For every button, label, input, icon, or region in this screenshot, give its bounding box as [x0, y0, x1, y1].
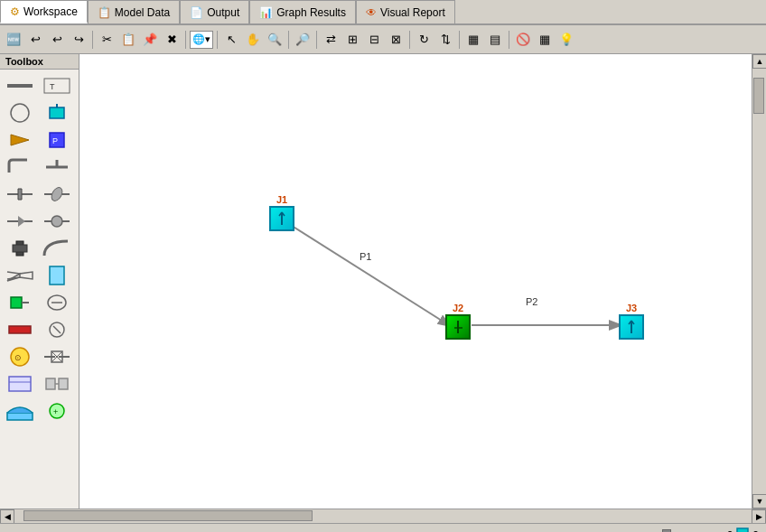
tool-elbow[interactable]: [4, 154, 36, 180]
zoom-button[interactable]: 🔍: [265, 30, 285, 50]
tool-control[interactable]: [41, 317, 73, 342]
paste-button[interactable]: 📌: [140, 30, 160, 50]
tool-bend[interactable]: [41, 236, 73, 261]
node-J3[interactable]: J3: [619, 303, 644, 340]
fit-button[interactable]: ⊡: [547, 526, 567, 533]
sep4: [288, 31, 289, 49]
undo2-button[interactable]: ↩: [47, 30, 67, 50]
toolbox-header: Toolbox: [0, 54, 79, 70]
node-J2-box[interactable]: [445, 314, 471, 340]
tab-graph-results[interactable]: 📊 Graph Results: [249, 0, 356, 23]
view-dropdown[interactable]: 🌐▾: [190, 31, 213, 49]
scroll-thumb-v[interactable]: [753, 78, 764, 114]
tool-connector[interactable]: [41, 371, 73, 397]
tool-airvalve[interactable]: [4, 290, 36, 315]
tool-pressure-valve[interactable]: [4, 317, 36, 342]
visual-report-icon: 👁: [366, 6, 377, 19]
copy-button[interactable]: 📋: [118, 30, 138, 50]
svg-rect-44: [7, 413, 33, 420]
zoom-out-button[interactable]: −: [603, 526, 622, 533]
node-J3-box[interactable]: [619, 314, 644, 340]
no-sign-button[interactable]: 🚫: [513, 30, 533, 50]
distribute-h[interactable]: ⊟: [364, 30, 384, 50]
scrollbar-vertical: ▲ ▼: [752, 54, 766, 509]
ungroup-button[interactable]: ▤: [485, 30, 505, 50]
hand-button[interactable]: ✋: [243, 30, 263, 50]
light-button[interactable]: 💡: [556, 30, 576, 50]
tool-butterfly[interactable]: [41, 182, 73, 207]
zoom-bar: 100% − +: [573, 526, 721, 533]
tool-hydrant[interactable]: [4, 236, 36, 261]
tool-tee[interactable]: [41, 154, 73, 180]
tab-visual-report[interactable]: 👁 Visual Report: [356, 0, 455, 23]
zoom-in-button[interactable]: +: [702, 526, 722, 533]
scroll-right-button[interactable]: ▶: [752, 509, 766, 524]
tool-text[interactable]: T: [41, 73, 73, 98]
scroll-track-h[interactable]: [14, 509, 752, 523]
connect-button[interactable]: ⇄: [321, 30, 341, 50]
svg-point-18: [51, 216, 62, 227]
node-J1-box[interactable]: [269, 206, 294, 231]
tab-output[interactable]: 📄 Output: [180, 0, 249, 23]
tool-extra[interactable]: +: [41, 398, 73, 424]
align-button[interactable]: ⊞: [342, 30, 362, 50]
scroll-thumb-h[interactable]: [23, 510, 313, 521]
svg-rect-41: [46, 378, 55, 389]
redo-button[interactable]: ↪: [69, 30, 89, 50]
rotate-button[interactable]: ↻: [414, 30, 434, 50]
scroll-up-button[interactable]: ▲: [752, 54, 766, 69]
svg-text:+: +: [53, 407, 58, 416]
grid-button[interactable]: ▦: [535, 30, 555, 50]
graph-results-icon: 📊: [259, 6, 273, 19]
tab-workspace[interactable]: ⚙ Workspace: [0, 0, 88, 23]
find-button[interactable]: 🔎: [293, 30, 313, 50]
tool-storage[interactable]: [4, 371, 36, 397]
tab-output-label: Output: [207, 6, 239, 19]
undo-button[interactable]: ↩: [25, 30, 45, 50]
scroll-left-button[interactable]: ◀: [0, 509, 14, 524]
cut-button[interactable]: ✂: [97, 30, 117, 50]
distribute-v[interactable]: ⊠: [386, 30, 406, 50]
node-J1[interactable]: J1: [269, 194, 294, 231]
tool-flowmeter[interactable]: [41, 290, 73, 315]
flip-button[interactable]: ⇅: [435, 30, 455, 50]
status-bar: Base Scenario ⊡ 100% − + 2 3: [0, 523, 766, 532]
tool-pipe[interactable]: [4, 73, 36, 98]
tool-check[interactable]: [4, 209, 36, 234]
tool-pump[interactable]: [4, 127, 36, 153]
tool-reducer[interactable]: [4, 263, 36, 288]
tool-pressure[interactable]: P: [41, 127, 73, 153]
sep7: [459, 31, 460, 49]
tool-junction[interactable]: [4, 100, 36, 126]
output-icon: 📄: [190, 6, 203, 19]
tool-tank[interactable]: [41, 263, 73, 288]
toolbar: 🆕 ↩ ↩ ↪ ✂ 📋 📌 ✖ 🌐▾ ↖ ✋ 🔍 🔎 ⇄ ⊞ ⊟ ⊠ ↻ ⇅ ▦…: [0, 25, 766, 54]
svg-text:P1: P1: [360, 251, 371, 262]
scroll-down-button[interactable]: ▼: [752, 494, 766, 509]
tool-ball[interactable]: [41, 209, 73, 234]
tab-graph-results-label: Graph Results: [276, 6, 346, 19]
count-area: 2 3: [727, 527, 759, 532]
new-button[interactable]: 🆕: [4, 30, 23, 50]
select-button[interactable]: ↖: [221, 30, 241, 50]
zoom-handle[interactable]: [662, 529, 671, 533]
tool-storage2[interactable]: [4, 398, 36, 424]
tab-model-data[interactable]: 📋 Model Data: [88, 0, 180, 23]
svg-marker-6: [11, 135, 29, 145]
tool-pump2[interactable]: ⊙: [4, 344, 36, 369]
group-button[interactable]: ▦: [463, 30, 483, 50]
tool-motor[interactable]: [41, 344, 73, 369]
scroll-track-v[interactable]: [752, 69, 766, 494]
count1-label: 2: [727, 529, 733, 533]
tool-valve1[interactable]: [41, 100, 73, 126]
toolbox-grid: T P: [0, 70, 79, 427]
node-J2[interactable]: J2: [445, 303, 471, 340]
sep1: [92, 31, 93, 49]
delete-button[interactable]: ✖: [162, 30, 182, 50]
sep8: [509, 31, 509, 49]
scrollbar-horizontal: ◀ ▶: [0, 509, 766, 523]
svg-rect-20: [13, 245, 27, 252]
model-data-icon: 📋: [98, 6, 111, 19]
canvas-area[interactable]: P1 P2 J1 J2 J3: [79, 54, 752, 509]
tool-gate[interactable]: [4, 182, 36, 207]
